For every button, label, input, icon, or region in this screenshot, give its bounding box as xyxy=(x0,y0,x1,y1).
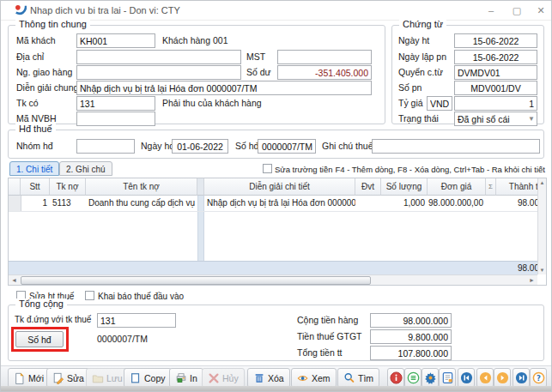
header-don-gia[interactable]: Đơn giá xyxy=(428,178,486,196)
voucher-book-label: Quyển c.từ xyxy=(398,67,443,77)
report-button[interactable] xyxy=(439,368,456,388)
table-row[interactable]: 1 5113 Doanh thu cung cấp dịch vụ Nhập d… xyxy=(9,196,537,212)
totals-legend: Tổng cộng xyxy=(15,299,67,309)
customer-code-input[interactable] xyxy=(76,33,155,48)
invoice-date-label: Ngày hđ xyxy=(141,141,174,151)
title-bar: Nhap dich vu bi tra lai - Don vi: CTY – … xyxy=(1,1,551,21)
header-tk-no[interactable]: Tk nợ xyxy=(50,178,86,196)
nav-last-button[interactable] xyxy=(513,368,530,388)
view-button[interactable]: Xem xyxy=(291,368,337,388)
edit-money-field-label: Sửa trường tiền xyxy=(275,165,333,174)
address-input[interactable] xyxy=(76,50,241,64)
report-icon xyxy=(441,371,454,384)
table-sum-row: 98.000.000 xyxy=(9,261,537,275)
delete-button[interactable]: Xóa xyxy=(247,368,290,388)
mst-label: MST xyxy=(246,51,265,62)
voucher-book-field[interactable] xyxy=(454,65,537,80)
input-tax-declare-checkbox[interactable] xyxy=(85,291,94,300)
nav-next-button[interactable] xyxy=(494,368,511,388)
view-icon xyxy=(297,372,309,384)
new-icon xyxy=(14,372,26,384)
status-value: Đã ghi sổ cái xyxy=(458,114,510,124)
print-button[interactable]: In xyxy=(169,368,203,388)
edit-money-field-checkbox[interactable] xyxy=(263,164,272,173)
document-legend: Chứng từ xyxy=(399,19,446,29)
horizontal-scrollbar[interactable]: ◄ ► xyxy=(9,274,537,286)
minimize-button[interactable]: – xyxy=(480,3,502,18)
nav-first-button[interactable] xyxy=(458,368,475,388)
tax-invoice-legend: Hđ thuế xyxy=(15,124,56,134)
header-dien-giai[interactable]: Diễn giải chi tiết xyxy=(204,178,355,196)
find-label: Tìm xyxy=(358,373,373,383)
save-label: Lưu xyxy=(106,373,123,383)
app-window: Nhap dich vu bi tra lai - Don vi: CTY – … xyxy=(0,0,552,392)
scroll-left-icon[interactable]: ◄ xyxy=(9,275,20,286)
exchange-rate-field[interactable] xyxy=(454,96,537,111)
customer-name-text: Khách hàng 001 xyxy=(162,35,227,45)
grand-total-label: Tổng tiền tt xyxy=(297,347,343,358)
help-icon: ? xyxy=(532,371,545,384)
header-splitter[interactable] xyxy=(197,178,204,196)
voucher-date-field[interactable] xyxy=(454,50,537,64)
edit-icon xyxy=(52,372,64,384)
header-ten-tk-no[interactable]: Tên tk nợ xyxy=(86,178,197,196)
vertical-scrollbar[interactable]: ▲ ▼ xyxy=(537,178,546,274)
input-tax-declare-label: Khai báo thuế đầu vào xyxy=(98,292,184,301)
nav-prev-button[interactable] xyxy=(476,368,494,388)
invoice-group-label: Nhóm hđ xyxy=(16,141,53,151)
header-sigma[interactable]: Σ xyxy=(486,178,496,196)
nav-prev-icon xyxy=(479,371,492,384)
invoice-date-field[interactable] xyxy=(172,139,228,154)
new-label: Mới xyxy=(28,373,44,383)
help-button[interactable]: ? xyxy=(530,368,547,388)
salesperson-input[interactable] xyxy=(76,112,155,126)
copy-button[interactable]: Copy xyxy=(124,368,172,388)
horizontal-scroll-thumb[interactable] xyxy=(21,276,371,285)
tax-offset-account-input[interactable] xyxy=(97,313,176,328)
invoice-number-field[interactable] xyxy=(258,139,316,154)
tax-note-input[interactable] xyxy=(372,139,540,154)
window-bottom-edge xyxy=(1,386,551,391)
deliverer-input[interactable] xyxy=(76,65,241,80)
close-button[interactable]: ✕ xyxy=(530,3,552,18)
save-icon xyxy=(92,372,104,384)
status-dropdown[interactable]: Đã ghi sổ cái ▼ xyxy=(454,112,537,126)
scroll-up-icon[interactable]: ▲ xyxy=(538,178,546,187)
general-description-input[interactable] xyxy=(76,81,372,95)
vat-amount-field[interactable] xyxy=(370,329,452,344)
maximize-button[interactable]: ▢ xyxy=(506,3,528,18)
info-button[interactable] xyxy=(387,368,404,388)
status-label: Trạng thái xyxy=(398,113,439,124)
cell-tk-no: 5113 xyxy=(50,196,86,211)
invoice-number-button[interactable]: Số hđ xyxy=(15,331,64,347)
salesperson-label: Mã NVBH xyxy=(16,113,57,124)
goods-total-field[interactable] xyxy=(370,313,452,328)
totals-group: Tổng cộng xyxy=(8,305,544,361)
general-description-label: Diễn giải chung xyxy=(16,82,78,93)
scroll-down-icon[interactable]: ▼ xyxy=(538,266,546,274)
header-so-luong[interactable]: Số lượng xyxy=(381,178,428,196)
mst-input[interactable] xyxy=(277,50,372,64)
settings-button[interactable] xyxy=(422,368,439,388)
balance-field[interactable] xyxy=(277,65,372,80)
invoice-group-input[interactable] xyxy=(76,139,135,154)
header-dvt[interactable]: Đvt xyxy=(355,178,381,196)
currency-field[interactable] xyxy=(427,96,452,111)
tab-ghi-chu[interactable]: 2. Ghi chú xyxy=(59,161,112,176)
cell-ten-tk-no: Doanh thu cung cấp dịch vụ xyxy=(86,196,197,211)
edit-button[interactable]: Sửa xyxy=(46,368,90,388)
posting-date-field[interactable] xyxy=(454,33,537,48)
delete-label: Xóa xyxy=(268,373,284,383)
scroll-right-icon[interactable]: ► xyxy=(526,275,537,286)
address-label: Địa chỉ xyxy=(16,51,44,62)
grand-total-field[interactable] xyxy=(370,346,452,360)
header-stt[interactable]: Stt xyxy=(21,178,50,196)
cell-dien-giai: Nhập dịch vụ bị trả lại Hóa đơn 0000007/… xyxy=(204,196,355,211)
list-button[interactable] xyxy=(404,368,422,388)
cancel-button: Hủy xyxy=(202,368,245,388)
tab-chi-tiet[interactable]: 1. Chi tiết xyxy=(9,161,59,176)
find-button[interactable]: Tìm xyxy=(337,368,379,388)
credit-account-input[interactable] xyxy=(76,96,155,111)
new-button[interactable]: Mới xyxy=(8,368,50,388)
voucher-number-field[interactable] xyxy=(454,81,537,95)
